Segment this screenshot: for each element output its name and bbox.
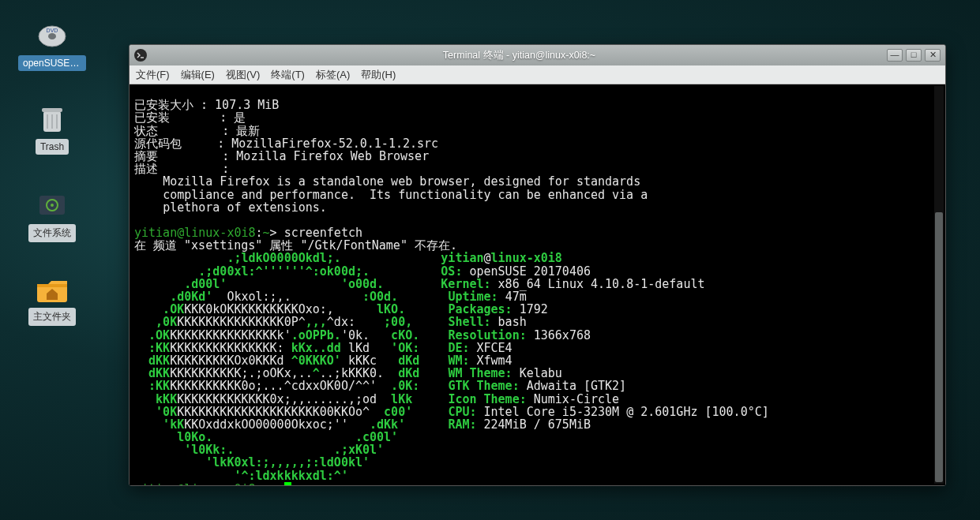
fetch-ram-value: 224MiB / 675MiB <box>484 417 591 432</box>
maximize-button[interactable]: □ <box>906 49 922 62</box>
prompt-cwd-2: ~ <box>263 482 270 485</box>
menu-help[interactable]: 帮助(H) <box>361 68 396 82</box>
prompt-user-host-2: yitian@linux-x0i8 <box>134 482 256 485</box>
terminal-window: Terminal 终端 - yitian@linux-x0i8:~ — □ ✕ … <box>129 44 946 486</box>
fetch-res-value: 1366x768 <box>534 328 591 342</box>
pkg-desc-label: 描述 <box>134 162 158 176</box>
pkg-summary-value: Mozilla Firefox Web Browser <box>236 149 429 163</box>
ascii-row: '^:ldxkkkkxdl:^' <box>134 469 348 483</box>
svg-text:DVD: DVD <box>47 28 58 33</box>
desktop-icon-opensuse[interactable]: DVD openSUSE-T··· <box>17 21 87 71</box>
window-title: Terminal 终端 - yitian@linux-x0i8:~ <box>152 49 887 62</box>
home-folder-icon <box>35 273 69 305</box>
svg-point-1 <box>48 33 56 39</box>
desktop-icon-label: 主文件夹 <box>28 308 76 326</box>
titlebar[interactable]: Terminal 终端 - yitian@linux-x0i8:~ — □ ✕ <box>130 45 945 65</box>
minimize-button[interactable]: — <box>887 49 903 62</box>
menu-tabs[interactable]: 标签(A) <box>316 68 350 82</box>
desktop-icon-label: Trash <box>36 139 69 155</box>
desktop-icon-home[interactable]: 主文件夹 <box>17 273 87 326</box>
menu-file[interactable]: 文件(F) <box>136 68 170 82</box>
cursor-block <box>284 482 291 485</box>
fetch-ram-label: RAM: <box>448 417 476 432</box>
desktop-icon-label: 文件系统 <box>28 224 76 242</box>
menubar: 文件(F) 编辑(E) 视图(V) 终端(T) 标签(A) 帮助(H) <box>130 65 945 84</box>
pkg-desc-3: plethora of extensions. <box>163 200 327 215</box>
terminal-body[interactable]: 已安装大小 : 107.3 MiB 已安装 : 是 状态 : 最新 源代码包 :… <box>130 84 945 485</box>
menu-view[interactable]: 视图(V) <box>226 68 260 82</box>
terminal-app-icon <box>134 49 147 62</box>
trash-icon <box>35 104 69 136</box>
desktop-icon-trash[interactable]: Trash <box>17 104 87 155</box>
menu-term[interactable]: 终端(T) <box>271 68 305 82</box>
desktop-icon-label: openSUSE-T··· <box>18 55 86 71</box>
close-button[interactable]: ✕ <box>925 49 941 62</box>
scrollbar[interactable] <box>934 86 944 484</box>
svg-rect-4 <box>42 108 62 112</box>
pkg-size-value: 107.3 MiB <box>215 98 279 112</box>
filesystem-icon <box>35 189 69 221</box>
fetch-kernel-value: x86_64 Linux 4.10.8-1-default <box>498 277 705 291</box>
svg-point-10 <box>51 204 54 207</box>
scrollbar-thumb[interactable] <box>935 212 943 482</box>
disc-icon: DVD <box>35 21 69 52</box>
menu-edit[interactable]: 编辑(E) <box>181 68 215 82</box>
desktop-icon-filesystem[interactable]: 文件系统 <box>17 189 87 242</box>
